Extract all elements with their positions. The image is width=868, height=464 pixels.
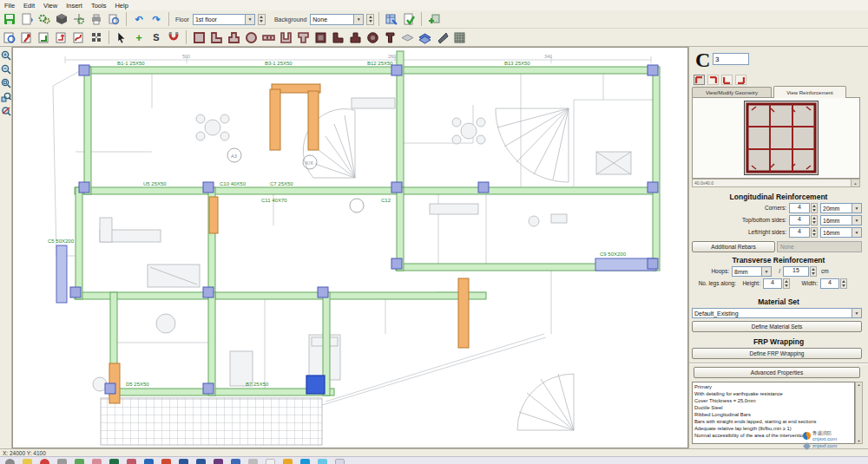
column-U-outline-icon[interactable]	[278, 30, 293, 45]
element-name-input[interactable]	[713, 53, 749, 65]
select-cursor-icon[interactable]	[114, 30, 129, 45]
print-icon[interactable]	[89, 12, 104, 27]
zoom-in-icon[interactable]	[1, 50, 11, 61]
hoops-spacing-stepper[interactable]	[810, 266, 817, 277]
column-rect-outline-icon[interactable]	[191, 30, 207, 45]
corners-count[interactable]: 4	[789, 203, 810, 213]
slab-flat-icon[interactable]	[399, 30, 415, 45]
legs-width-stepper[interactable]	[840, 278, 847, 289]
chevron-down-icon[interactable]: ▼	[852, 228, 861, 237]
settings-gears-icon[interactable]	[36, 12, 52, 27]
zoom-window-icon[interactable]	[1, 92, 11, 102]
add-node-icon[interactable]: +	[131, 30, 147, 45]
taskbar-icon[interactable]	[179, 459, 188, 464]
additional-rebars-button[interactable]: Additional Rebars	[692, 241, 775, 252]
leftright-stepper[interactable]	[811, 227, 818, 238]
taskbar-icon[interactable]	[40, 459, 49, 464]
add-element-icon[interactable]	[426, 12, 442, 27]
column-T-up-outline-icon[interactable]	[226, 30, 241, 45]
zoom-selection-icon[interactable]	[1, 106, 11, 116]
fan-tool-icon[interactable]	[89, 30, 104, 45]
floor-stepper[interactable]	[258, 14, 266, 25]
wall-section-icon[interactable]	[260, 30, 276, 45]
legs-height-stepper[interactable]	[783, 278, 790, 289]
taskbar-icon[interactable]	[23, 459, 32, 464]
3d-view-icon[interactable]	[54, 12, 69, 27]
doc-insert-red-icon[interactable]	[19, 30, 35, 45]
selected-column[interactable]	[306, 376, 325, 394]
menu-tools[interactable]: Tools	[87, 2, 111, 10]
corners-size-select[interactable]: 20mm▼	[820, 203, 862, 213]
taskbar-icon[interactable]	[127, 459, 136, 464]
menu-edit[interactable]: Edit	[19, 2, 39, 10]
floor-select[interactable]: 1st floor▼	[193, 14, 255, 25]
taskbar-icon[interactable]	[109, 459, 119, 464]
chevron-down-icon[interactable]: ▼	[852, 216, 861, 225]
column-tee-cap-icon[interactable]	[382, 30, 398, 45]
legs-width-value[interactable]: 4	[820, 278, 839, 289]
material-select[interactable]: Default_Existing▼	[692, 308, 862, 318]
magnet-icon[interactable]	[166, 30, 181, 45]
snap-icon[interactable]: S	[148, 30, 164, 45]
doc-rebar-icon[interactable]	[71, 30, 87, 45]
preview-scroll-strip[interactable]: 40.0x40.0 ▲	[692, 179, 860, 187]
taskbar-icon[interactable]	[266, 459, 275, 464]
background-select[interactable]: None▼	[310, 14, 364, 25]
column-rect-filled-icon[interactable]	[312, 30, 328, 45]
legs-height-value[interactable]: 4	[763, 278, 782, 289]
redo-icon[interactable]: ↷	[148, 12, 164, 27]
taskbar-icon[interactable]	[231, 459, 240, 464]
taskbar-icon[interactable]	[214, 459, 223, 464]
column-T-filled-icon[interactable]	[347, 30, 363, 45]
rebar-corner-br-icon[interactable]	[735, 75, 746, 85]
taskbar-icon[interactable]	[300, 459, 310, 464]
define-material-sets-button[interactable]: Define Material Sets	[692, 321, 862, 332]
taskbar-icon[interactable]	[144, 459, 154, 464]
doc-refresh-icon[interactable]	[2, 30, 17, 45]
column-circle-outline-icon[interactable]	[243, 30, 259, 45]
zoom-out-icon[interactable]	[1, 64, 11, 75]
doc-corner-icon[interactable]	[54, 30, 69, 45]
zoom-extents-icon[interactable]	[1, 78, 11, 88]
taskbar-icon[interactable]	[335, 459, 345, 464]
doc-insert-green-icon[interactable]	[36, 30, 52, 45]
chevron-down-icon[interactable]: ▼	[245, 15, 254, 24]
taskbar-icon[interactable]	[161, 459, 171, 464]
chevron-down-icon[interactable]: ▼	[852, 204, 861, 212]
rebar-corner-tr-icon[interactable]	[707, 75, 719, 85]
taskbar-icon[interactable]	[92, 459, 102, 464]
column-L-outline-icon[interactable]	[208, 30, 224, 45]
leftright-size-select[interactable]: 16mm▼	[820, 227, 862, 238]
import-icon[interactable]	[19, 12, 35, 27]
menu-view[interactable]: View	[39, 2, 62, 10]
hoops-size-select[interactable]: 8mm▼	[732, 266, 772, 277]
chevron-down-icon[interactable]: ▼	[761, 267, 771, 276]
topbottom-stepper[interactable]	[811, 215, 818, 225]
table-report-icon[interactable]	[384, 12, 399, 27]
stair-grid-icon[interactable]	[451, 30, 467, 45]
menu-help[interactable]: Help	[110, 2, 132, 10]
scroll-arrow-icon[interactable]: ▲	[851, 180, 859, 186]
chevron-down-icon[interactable]: ▼	[353, 15, 363, 24]
slab-inclined-icon[interactable]	[434, 30, 450, 45]
hoops-spacing[interactable]: 15	[783, 266, 809, 277]
columns[interactable]	[70, 65, 658, 394]
define-frp-wrapping-button[interactable]: Define FRP Wrapping	[692, 348, 862, 359]
column-circle-filled-icon[interactable]	[365, 30, 380, 45]
column-T-outline-icon[interactable]	[295, 30, 311, 45]
axes-snap-icon[interactable]	[71, 12, 87, 27]
rebar-corner-tl-icon[interactable]	[694, 75, 705, 85]
save-icon[interactable]	[2, 12, 17, 27]
leftright-count[interactable]: 4	[789, 227, 810, 238]
menu-file[interactable]: File	[0, 2, 19, 10]
menu-insert[interactable]: Insert	[62, 2, 87, 10]
taskbar-icon[interactable]	[196, 459, 206, 464]
shear-walls[interactable]	[109, 84, 469, 403]
plan-canvas[interactable]: B1-1 25X50 B3-1 25X50 B12 25X50 B13 25X5…	[12, 47, 688, 448]
taskbar-icon[interactable]	[57, 459, 67, 464]
taskbar-icon[interactable]	[318, 459, 327, 464]
topbottom-count[interactable]: 4	[789, 215, 810, 225]
chevron-down-icon[interactable]: ▼	[852, 309, 861, 317]
tab-view-reinforcement[interactable]: View Reinforcement	[773, 86, 846, 98]
slab-blue-icon[interactable]	[417, 30, 432, 45]
